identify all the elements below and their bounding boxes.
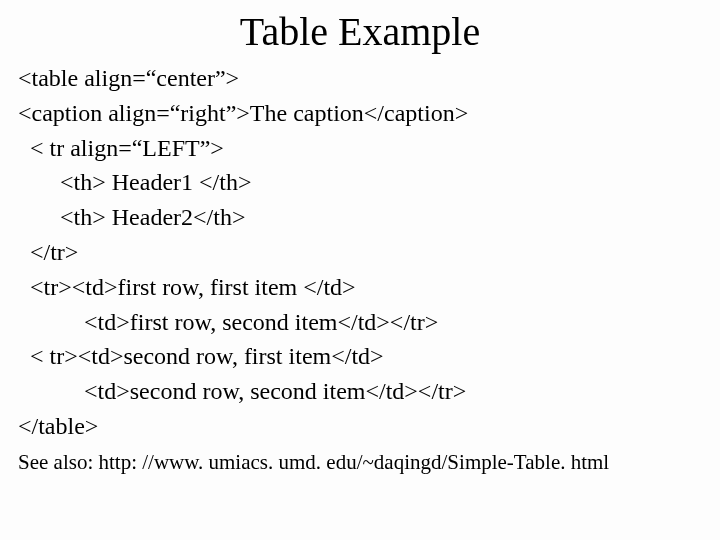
code-line: </table> <box>18 413 98 439</box>
code-line: </tr> <box>18 239 78 265</box>
code-line: <th> Header2</th> <box>18 204 245 230</box>
code-line: < tr><td>second row, first item</td> <box>18 343 384 369</box>
footnote-text: See also: http: //www. umiacs. umd. edu/… <box>18 450 702 475</box>
slide: Table Example <table align=“center”> <ca… <box>0 0 720 540</box>
code-example: <table align=“center”> <caption align=“r… <box>18 61 702 444</box>
code-line: <td>second row, second item</td></tr> <box>18 378 466 404</box>
code-line: <table align=“center”> <box>18 65 239 91</box>
code-line: < tr align=“LEFT”> <box>18 135 224 161</box>
code-line: <td>first row, second item</td></tr> <box>18 309 438 335</box>
page-title: Table Example <box>18 8 702 55</box>
code-line: <caption align=“right”>The caption</capt… <box>18 100 468 126</box>
code-line: <tr><td>first row, first item </td> <box>18 274 356 300</box>
code-line: <th> Header1 </th> <box>18 169 251 195</box>
